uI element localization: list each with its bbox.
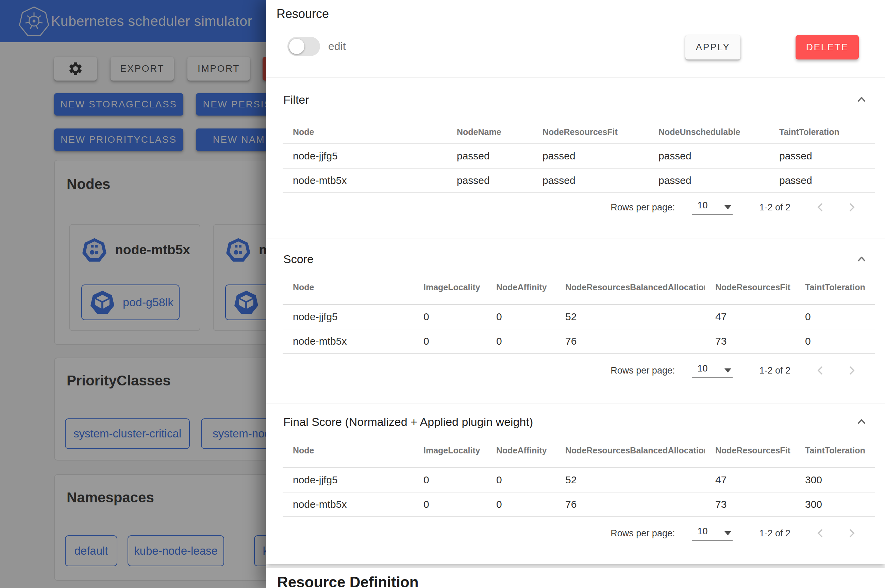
resource-detail-card: Resource edit APPLY DELETE Filter: [266, 0, 885, 564]
divider: [266, 238, 885, 239]
cell: 76: [555, 492, 705, 517]
score-section-title: Score: [283, 252, 314, 266]
drawer-title: Resource: [276, 7, 329, 21]
toggle-thumb-icon: [289, 39, 304, 54]
column-header: TaintToleration: [795, 270, 875, 304]
column-header: TaintToleration: [769, 120, 875, 144]
dropdown-caret-icon: [724, 205, 731, 209]
cell: 300: [795, 468, 875, 492]
cell: 0: [413, 329, 486, 354]
final-score-table: Node ImageLocality NodeAffinity NodeReso…: [282, 434, 875, 517]
rows-per-page-label: Rows per page:: [610, 365, 675, 376]
cell: node-jjfg5: [282, 468, 413, 492]
cell: 0: [413, 492, 486, 517]
table-row: node-mtb5x 0 0 76 73 300: [282, 492, 875, 517]
cell: passed: [648, 168, 769, 193]
previous-page-button[interactable]: [811, 198, 830, 217]
score-collapse-button[interactable]: [846, 247, 877, 271]
cell: passed: [769, 144, 875, 168]
divider: [266, 78, 885, 78]
rows-per-page-value: 10: [697, 363, 708, 374]
chevron-up-icon: [857, 256, 866, 262]
cell: 0: [413, 468, 486, 492]
cell: 0: [486, 329, 555, 354]
page-range-label: 1-2 of 2: [759, 365, 790, 376]
column-header: ImageLocality: [413, 434, 486, 468]
chevron-up-icon: [857, 96, 866, 103]
cell: 0: [413, 304, 486, 329]
filter-pagination: Rows per page: 10 1-2 of 2: [610, 195, 861, 219]
cell: 0: [486, 492, 555, 517]
cell: passed: [648, 144, 769, 168]
cell: 52: [555, 468, 705, 492]
rows-per-page-select[interactable]: 10: [692, 526, 733, 541]
rows-per-page-select[interactable]: 10: [692, 363, 733, 378]
cell: 0: [795, 329, 875, 354]
column-header: NodeAffinity: [486, 434, 555, 468]
page-range-label: 1-2 of 2: [759, 528, 790, 539]
final-score-collapse-button[interactable]: [846, 410, 877, 434]
cell: node-mtb5x: [282, 168, 446, 193]
column-header: NodeAffinity: [486, 270, 555, 304]
chevron-up-icon: [857, 418, 866, 425]
apply-button[interactable]: APPLY: [685, 35, 741, 60]
filter-collapse-button[interactable]: [846, 87, 877, 111]
column-header: TaintToleration: [795, 434, 875, 468]
rows-per-page-label: Rows per page:: [610, 528, 675, 539]
cell: 76: [555, 329, 705, 354]
chevron-left-icon: [814, 525, 827, 542]
chevron-left-icon: [814, 199, 827, 216]
edit-toggle[interactable]: [287, 37, 320, 56]
column-header: Node: [282, 270, 413, 304]
edit-toggle-label: edit: [328, 36, 346, 56]
cell: 73: [705, 492, 795, 517]
rows-per-page-select[interactable]: 10: [692, 200, 733, 215]
cell: node-mtb5x: [282, 329, 413, 354]
cell: 0: [486, 304, 555, 329]
column-header: NodeResourcesFit: [705, 270, 795, 304]
cell: node-jjfg5: [282, 304, 413, 329]
page-range-label: 1-2 of 2: [759, 202, 790, 213]
cell: passed: [446, 144, 532, 168]
cell: 52: [555, 304, 705, 329]
next-page-button[interactable]: [842, 361, 861, 380]
cell: 0: [795, 304, 875, 329]
cell: 300: [795, 492, 875, 517]
delete-button[interactable]: DELETE: [796, 35, 859, 60]
rows-per-page-label: Rows per page:: [610, 202, 675, 213]
rows-per-page-value: 10: [697, 526, 708, 537]
table-row: node-jjfg5 0 0 52 47 300: [282, 468, 875, 492]
score-table: Node ImageLocality NodeAffinity NodeReso…: [282, 270, 875, 354]
column-header: ImageLocality: [413, 270, 486, 304]
final-score-section-title: Final Score (Normalized + Applied plugin…: [283, 416, 533, 429]
column-header: NodeResourcesFit: [532, 120, 648, 144]
divider: [266, 403, 885, 404]
app-root: Kubernetes scheduler simulator EXPORT IM…: [0, 0, 885, 588]
next-page-button[interactable]: [842, 524, 861, 543]
chevron-left-icon: [814, 362, 827, 379]
score-pagination: Rows per page: 10 1-2 of 2: [610, 358, 861, 382]
filter-table: Node NodeName NodeResourcesFit NodeUnsch…: [282, 120, 875, 193]
column-header: Node: [282, 120, 446, 144]
table-row: node-mtb5x 0 0 76 73 0: [282, 329, 875, 354]
cell: 47: [705, 468, 795, 492]
previous-page-button[interactable]: [811, 524, 830, 543]
dropdown-caret-icon: [724, 368, 731, 372]
final-score-pagination: Rows per page: 10 1-2 of 2: [610, 521, 861, 545]
cell: passed: [532, 144, 648, 168]
chevron-right-icon: [845, 525, 858, 542]
column-header: Node: [282, 434, 413, 468]
cell: 0: [486, 468, 555, 492]
table-row: node-jjfg5 passed passed passed passed: [282, 144, 875, 168]
previous-page-button[interactable]: [811, 361, 830, 380]
rows-per-page-value: 10: [697, 200, 708, 211]
cell: passed: [446, 168, 532, 193]
table-row: node-jjfg5 0 0 52 47 0: [282, 304, 875, 329]
dropdown-caret-icon: [724, 531, 731, 536]
next-page-button[interactable]: [842, 198, 861, 217]
cell: node-mtb5x: [282, 492, 413, 517]
column-header: NodeResourcesFit: [705, 434, 795, 468]
table-row: node-mtb5x passed passed passed passed: [282, 168, 875, 193]
resource-definition-title: Resource Definition: [277, 574, 419, 588]
column-header: NodeResourcesBalancedAllocation: [555, 434, 705, 468]
